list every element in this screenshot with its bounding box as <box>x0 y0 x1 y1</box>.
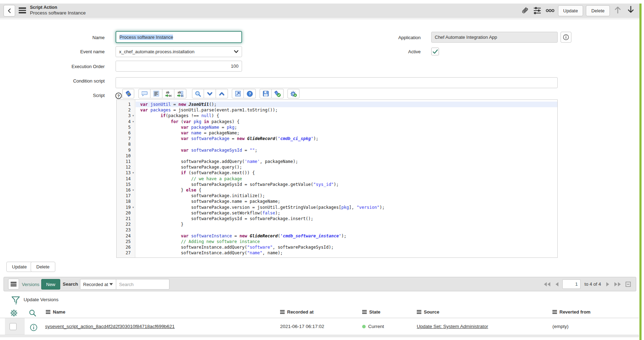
save-script-button[interactable] <box>260 89 272 98</box>
list-personalize-button[interactable] <box>10 309 18 317</box>
row-preview-button[interactable] <box>29 323 38 332</box>
column-header-state[interactable]: State <box>362 309 380 315</box>
form-context-menu-icon[interactable] <box>19 7 26 13</box>
help-blue-icon: ? <box>247 91 253 97</box>
execution-order-field[interactable]: 100 <box>116 61 242 72</box>
code-line-12: 12 softwarePackage.query(); <box>117 164 557 170</box>
arrow-down-icon <box>627 6 634 14</box>
first-page-icon <box>543 282 551 287</box>
delete-button-footer[interactable]: Delete <box>31 262 55 272</box>
script-debugger-button[interactable] <box>287 89 299 98</box>
versions-title[interactable]: Versions <box>22 282 39 287</box>
column-header-recorded-at[interactable]: Recorded at <box>280 309 314 315</box>
collapse-icon <box>625 281 631 287</box>
column-menu-icon <box>280 310 285 314</box>
row-recorded-at: 2021-06-17 06:17:02 <box>280 324 324 329</box>
comment-bubble-icon <box>142 91 148 96</box>
search-field-select[interactable]: Recorded at <box>80 279 116 290</box>
row-checkbox[interactable] <box>10 323 17 330</box>
code-line-17: 17 softwarePackage.initialize(); <box>117 193 557 199</box>
versions-search-input[interactable] <box>116 279 169 290</box>
application-info-button[interactable] <box>561 32 571 43</box>
code-line-20: 20 softwarePackage.setWorkflow(false); <box>117 210 557 216</box>
list-search-icon <box>29 309 36 317</box>
attachment-button[interactable] <box>520 6 530 16</box>
last-page-button[interactable] <box>613 282 622 287</box>
active-checkbox[interactable] <box>431 48 439 55</box>
replace-button[interactable]: ab ac <box>162 89 174 98</box>
next-page-button[interactable] <box>605 282 611 287</box>
condition-script-field[interactable] <box>116 77 558 88</box>
code-line-15: 15 softwarePackageSysId = softwarePackag… <box>117 182 557 187</box>
search-icon <box>195 91 201 97</box>
comment-code-button[interactable] <box>138 89 150 98</box>
sliders-icon <box>533 6 541 15</box>
column-menu-icon <box>362 310 367 314</box>
validate-script-button[interactable] <box>272 89 284 98</box>
page-number-input[interactable] <box>562 279 581 289</box>
row-state: Current <box>362 324 384 329</box>
header-actions: Update Delete <box>520 4 636 18</box>
format-code-button[interactable] <box>150 89 162 98</box>
first-page-button[interactable] <box>543 282 552 287</box>
form-header-bar: Script Action Process software Instance <box>0 4 639 18</box>
row-source-link[interactable]: Update Set: System Administrator <box>417 324 488 329</box>
open-in-window-button[interactable] <box>232 89 244 98</box>
row-name-link[interactable]: sysevent_script_action_8acd4f2d2f303010f… <box>45 324 175 329</box>
next-record-button[interactable] <box>626 6 636 16</box>
info-icon <box>563 34 569 40</box>
column-header-reverted-from[interactable]: Reverted from <box>552 309 590 315</box>
personalize-form-button[interactable] <box>532 6 542 16</box>
svg-text:ab: ab <box>166 91 169 94</box>
syntax-editor-toggle-button[interactable] <box>122 89 134 98</box>
funnel-icon <box>11 296 20 305</box>
editor-help-button[interactable]: ? <box>244 89 256 98</box>
gear-icon <box>10 309 18 317</box>
code-line-14: 14 // we have a package <box>117 176 557 182</box>
name-field[interactable]: Process software Instance <box>116 31 242 43</box>
application-label: Application <box>350 35 421 40</box>
update-button-header[interactable]: Update <box>558 5 583 16</box>
more-options-button[interactable] <box>545 8 555 13</box>
header-separator <box>0 18 639 19</box>
execution-order-label: Execution Order <box>34 64 105 69</box>
help-circle-icon: ? <box>115 92 122 99</box>
script-help-button[interactable]: ? <box>114 92 123 100</box>
event-name-select[interactable]: x_chef_automate.process.installation <box>116 46 242 57</box>
column-label-source: Source <box>424 309 439 315</box>
list-menu-icon <box>11 282 17 286</box>
previous-page-button[interactable] <box>554 282 560 287</box>
next-page-icon <box>606 282 610 287</box>
column-header-source[interactable]: Source <box>417 309 439 315</box>
code-line-8: 8 <box>117 141 557 147</box>
more-options-icon <box>546 9 555 12</box>
delete-button-header[interactable]: Delete <box>586 5 610 16</box>
collapse-list-button[interactable] <box>625 281 632 287</box>
checkmark-icon <box>433 49 438 54</box>
code-line-6: 6 var name = packageName; <box>117 130 557 136</box>
replace-all-button[interactable]: ab ac <box>174 89 186 98</box>
list-breadcrumb[interactable]: Update Versions <box>24 297 58 302</box>
event-name-value: x_chef_automate.process.installation <box>119 49 194 54</box>
list-filter-button[interactable] <box>11 295 21 306</box>
list-search-button[interactable] <box>28 309 37 317</box>
search-code-button[interactable] <box>192 89 204 98</box>
column-label-state: State <box>369 309 380 315</box>
update-button-footer[interactable]: Update <box>6 262 32 272</box>
chevron-down-bold-icon <box>207 92 212 96</box>
script-editor[interactable]: 1var jsonUtil = new JsonUtil();2var pack… <box>116 99 558 258</box>
execution-order-value: 100 <box>231 63 239 69</box>
find-previous-button[interactable] <box>216 89 228 98</box>
code-line-19: 19▾ softwarePackage.version = jsonUtil.g… <box>117 205 557 210</box>
previous-record-button[interactable] <box>613 6 623 16</box>
svg-text:?: ? <box>117 94 120 98</box>
format-document-icon <box>153 91 159 97</box>
back-button[interactable] <box>4 5 15 17</box>
new-version-button[interactable]: New <box>41 279 60 290</box>
row-info-icon <box>30 324 37 331</box>
validate-check-icon <box>274 91 281 97</box>
column-header-name[interactable]: Name <box>46 309 65 315</box>
versions-list-menu-button[interactable] <box>8 279 19 290</box>
replace-all-icon: ab ac <box>177 91 184 97</box>
find-next-button[interactable] <box>204 89 216 98</box>
